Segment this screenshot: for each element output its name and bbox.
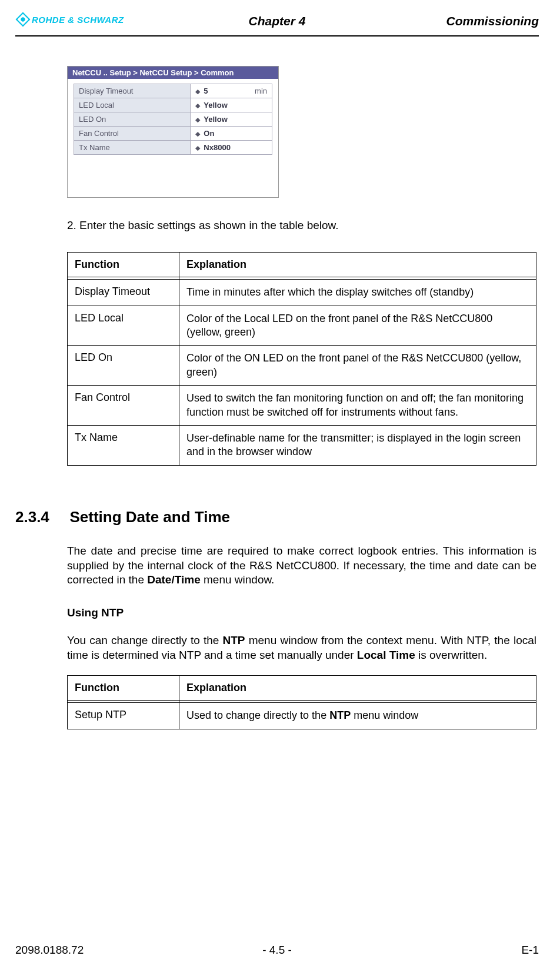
table-row: Setup NTP Used to change directly to the… (68, 703, 536, 729)
screenshot-table: Display Timeout ◆5min LED Local ◆Yellow … (74, 84, 272, 155)
spin-icon: ◆ (195, 102, 200, 109)
page-title: Commissioning (446, 14, 539, 28)
section-paragraph: The date and precise time are required t… (67, 544, 536, 588)
screenshot-value: ◆Yellow (191, 112, 272, 127)
page-header: ROHDE & SCHWARZ Chapter 4 Commissioning (15, 14, 539, 36)
screenshot-row: Tx Name ◆Nx8000 (74, 141, 272, 155)
screenshot-value: ◆Yellow (191, 98, 272, 112)
table-explanation: Color of the Local LED on the front pane… (179, 306, 536, 346)
setup-screenshot: NetCCU .. Setup > NetCCU Setup > Common … (67, 66, 279, 198)
table-row: LED On Color of the ON LED on the front … (68, 346, 536, 386)
screenshot-row: LED On ◆Yellow (74, 112, 272, 127)
logo-icon (15, 12, 31, 27)
screenshot-value: ◆On (191, 127, 272, 141)
spin-icon: ◆ (195, 88, 200, 95)
svg-point-1 (20, 16, 26, 22)
step-instruction: 2. Enter the basic settings as shown in … (67, 219, 536, 232)
table-header-explanation: Explanation (179, 253, 536, 277)
logo: ROHDE & SCHWARZ (15, 12, 124, 27)
footer-rev: E-1 (521, 944, 539, 957)
footer-docnum: 2098.0188.72 (15, 944, 84, 957)
chapter-label: Chapter 4 (249, 14, 306, 28)
logo-text: ROHDE & SCHWARZ (32, 15, 124, 25)
table-header-function: Function (68, 253, 179, 277)
section-number: 2.3.4 (15, 508, 67, 526)
screenshot-label: LED Local (74, 98, 191, 112)
table-function: Tx Name (68, 426, 179, 466)
subheading-ntp: Using NTP (67, 606, 536, 619)
footer-page: - 4.5 - (262, 944, 292, 957)
table-explanation: User-definable name for the transmitter;… (179, 426, 536, 466)
function-table-2: Function Explanation Setup NTP Used to c… (67, 675, 536, 729)
table-function: Setup NTP (68, 703, 179, 729)
function-table-1: Function Explanation Display Timeout Tim… (67, 252, 536, 466)
spin-icon: ◆ (195, 144, 200, 152)
table-row: Display Timeout Time in minutes after wh… (68, 280, 536, 306)
ntp-paragraph: You can change directly to the NTP menu … (67, 633, 536, 662)
spin-icon: ◆ (195, 130, 200, 138)
section-title: Setting Date and Time (69, 508, 230, 526)
screenshot-row: LED Local ◆Yellow (74, 98, 272, 112)
table-row: Fan Control Used to switch the fan monit… (68, 386, 536, 426)
screenshot-label: Display Timeout (74, 84, 191, 98)
screenshot-label: LED On (74, 112, 191, 127)
table-header-function: Function (68, 676, 179, 701)
table-function: LED On (68, 346, 179, 386)
table-explanation: Used to change directly to the NTP menu … (179, 703, 536, 729)
spin-icon: ◆ (195, 116, 200, 124)
table-row: LED Local Color of the Local LED on the … (68, 306, 536, 346)
table-explanation: Used to switch the fan monitoring functi… (179, 386, 536, 426)
section-heading: 2.3.4 Setting Date and Time (15, 508, 536, 526)
table-explanation: Time in minutes after which the display … (179, 280, 536, 306)
table-explanation: Color of the ON LED on the front panel o… (179, 346, 536, 386)
table-header-explanation: Explanation (179, 676, 536, 701)
screenshot-row: Display Timeout ◆5min (74, 84, 272, 98)
table-function: Display Timeout (68, 280, 179, 306)
screenshot-value: ◆Nx8000 (191, 141, 272, 155)
table-row: Tx Name User-definable name for the tran… (68, 426, 536, 466)
table-function: LED Local (68, 306, 179, 346)
screenshot-value: ◆5min (191, 84, 272, 98)
table-function: Fan Control (68, 386, 179, 426)
screenshot-label: Tx Name (74, 141, 191, 155)
screenshot-breadcrumb: NetCCU .. Setup > NetCCU Setup > Common (68, 67, 278, 79)
screenshot-label: Fan Control (74, 127, 191, 141)
screenshot-row: Fan Control ◆On (74, 127, 272, 141)
